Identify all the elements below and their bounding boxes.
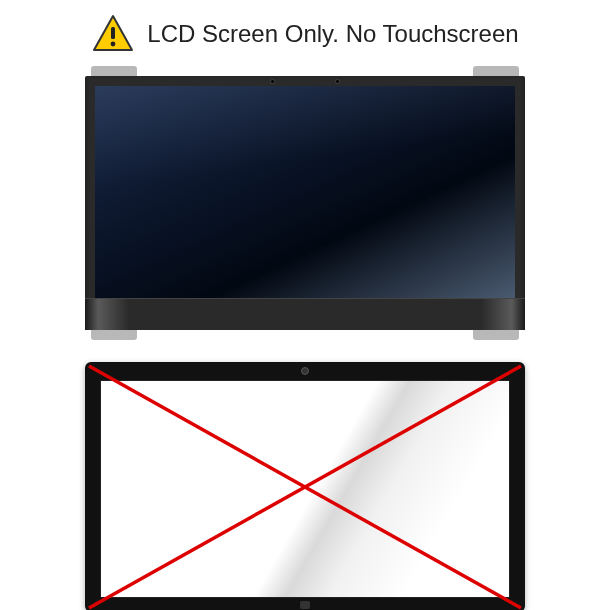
camera-dot-icon [335,79,340,84]
touchscreen-illustration [85,362,525,610]
lcd-screen-illustration [85,66,525,340]
lcd-chin [85,298,525,330]
lcd-bracket-bottom [85,330,525,340]
lcd-body [85,76,525,330]
caption-text: LCD Screen Only. No Touchscreen [147,20,518,48]
warning-icon [91,14,135,54]
camera-dot-icon [301,367,309,375]
lcd-bracket-top [85,66,525,76]
lcd-panel [95,86,515,298]
home-button-icon [300,601,310,609]
camera-dot-icon [270,79,275,84]
header: LCD Screen Only. No Touchscreen [91,14,518,54]
touchscreen-glass [100,380,510,598]
svg-rect-0 [111,27,115,39]
lcd-bezel-top [85,76,525,86]
touchscreen-body [85,362,525,610]
svg-point-1 [111,42,116,47]
